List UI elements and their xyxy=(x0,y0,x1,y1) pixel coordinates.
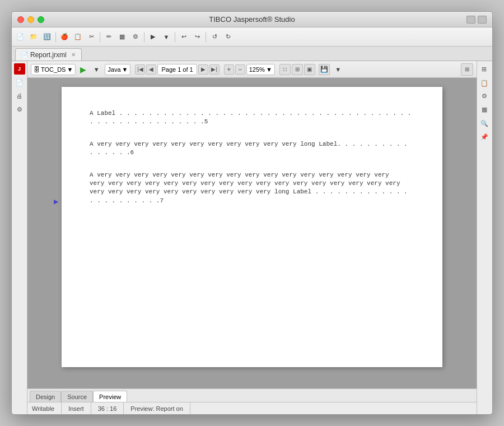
sep-1 xyxy=(55,32,56,42)
close-button[interactable] xyxy=(17,16,24,23)
zoom-in-button[interactable]: + xyxy=(224,64,234,75)
status-insert-text: Insert xyxy=(68,405,84,412)
export-dropdown-button[interactable]: ▼ xyxy=(332,63,344,76)
toc-entry-2: A very very very very very very very ver… xyxy=(90,140,414,158)
report-tab-label: Report.jrxml xyxy=(30,51,67,59)
window-title: TIBCO Jaspersoft® Studio xyxy=(209,15,295,24)
report-tab-icon: 📄 xyxy=(21,52,28,58)
right-panel-btn-3[interactable]: ⚙ xyxy=(479,90,491,101)
tab-design-label: Design xyxy=(36,393,55,400)
right-panel-btn-1[interactable]: ⊞ xyxy=(479,63,491,75)
toolbar-btn-9[interactable]: ⚙ xyxy=(129,31,142,43)
first-page-button[interactable]: |◀ xyxy=(135,64,145,75)
sep-2 xyxy=(100,32,100,42)
icon-5: 📋 xyxy=(74,33,82,40)
toc-entry-1: A Label . . . . . . . . . . . . . . . . … xyxy=(90,109,414,127)
undo-button[interactable]: ↩ xyxy=(178,31,190,43)
right-panel-btn-2[interactable]: 📋 xyxy=(479,77,491,88)
toolbar-btn-8[interactable]: ▦ xyxy=(116,31,128,43)
right-panel-btn-4[interactable]: ▦ xyxy=(479,104,491,115)
new-file-button[interactable]: 📄 xyxy=(14,31,26,43)
window-control-2[interactable] xyxy=(478,16,487,24)
export-button[interactable]: 💾 xyxy=(319,64,330,75)
tab-design[interactable]: Design xyxy=(30,391,61,402)
toolbar-btn-14[interactable]: ↺ xyxy=(208,31,221,43)
datasource-select[interactable]: 🗄 TOC_DS ▼ xyxy=(31,64,76,75)
page-canvas: ▶ A Label . . . . . . . . . . . . . . . … xyxy=(62,87,442,367)
secondary-toolbar-right: ⊞ xyxy=(461,63,473,76)
run-dropdown-button[interactable]: ▼ xyxy=(90,63,102,76)
properties-button[interactable]: ⊞ xyxy=(461,63,473,76)
toolbar-btn-10[interactable]: ▶ xyxy=(147,31,159,43)
main-toolbar: 📄 📁 🔢 🍎 📋 ✂ ✏ ▦ ⚙ ▶ ▼ ↩ ↪ ↺ ↻ xyxy=(12,27,492,47)
toolbar-btn-5[interactable]: 📋 xyxy=(72,31,84,43)
canvas-area[interactable]: ▶ A Label . . . . . . . . . . . . . . . … xyxy=(27,78,477,388)
traffic-lights xyxy=(17,16,44,23)
icon-4: 🍎 xyxy=(60,33,68,40)
toc-line-3b: very very very very very very very very … xyxy=(90,179,414,188)
logo-button[interactable]: J xyxy=(14,63,25,75)
tab-preview[interactable]: Preview xyxy=(93,391,127,402)
export-dropdown-icon: ▼ xyxy=(335,66,341,73)
dropdown-icon: ▼ xyxy=(164,34,170,40)
language-label: Java xyxy=(108,66,120,73)
report-tab-close[interactable]: ✕ xyxy=(71,52,76,58)
left-panel-btn-3[interactable]: ⚙ xyxy=(14,104,25,115)
toc-line-1: A Label . . . . . . . . . . . . . . . . … xyxy=(90,109,414,127)
play-icon: ▶ xyxy=(151,33,155,40)
main-window: TIBCO Jaspersoft® Studio 📄 📁 🔢 🍎 📋 ✂ ✏ ▦… xyxy=(11,11,493,415)
toolbar-btn-3[interactable]: 🔢 xyxy=(41,31,53,43)
tab-source-label: Source xyxy=(67,393,87,400)
datasource-dropdown-icon: ▼ xyxy=(67,66,73,73)
next-page-button[interactable]: ▶ xyxy=(198,64,208,75)
body-area: J 📄 🖨 ⚙ 🗄 TOC_DS ▼ ▶ ▼ Ja xyxy=(12,61,492,414)
toolbar-btn-7[interactable]: ✏ xyxy=(102,31,115,43)
toolbar-btn-15[interactable]: ↻ xyxy=(222,31,234,43)
maximize-button[interactable] xyxy=(38,16,44,23)
sep-5 xyxy=(206,32,206,42)
language-select[interactable]: Java ▼ xyxy=(105,64,130,75)
prev-page-button[interactable]: ◀ xyxy=(146,64,156,75)
view-single-button[interactable]: □ xyxy=(279,64,291,75)
page-navigation: |◀ ◀ Page 1 of 1 ▶ ▶| xyxy=(135,64,219,75)
last-page-button[interactable]: ▶| xyxy=(209,64,220,75)
toolbar-btn-11[interactable]: ▼ xyxy=(160,31,172,43)
right-panel: ⊞ 📋 ⚙ ▦ 🔍 📌 xyxy=(477,61,492,414)
zoom-out-button[interactable]: − xyxy=(235,64,245,75)
zoom-level-select[interactable]: 125% ▼ xyxy=(246,64,275,75)
run-preview-button[interactable]: ▶ xyxy=(78,64,88,75)
redo-icon: ↪ xyxy=(195,33,200,40)
view-full-button[interactable]: ▣ xyxy=(304,64,315,75)
status-position-text: 36 : 16 xyxy=(98,405,117,412)
left-panel-btn-2[interactable]: 🖨 xyxy=(14,90,25,101)
icon-6: ✂ xyxy=(89,33,94,40)
undo-icon: ↩ xyxy=(181,33,186,40)
titlebar-right-controls xyxy=(466,16,487,24)
toolbar-btn-6[interactable]: ✂ xyxy=(85,31,97,43)
redo-button[interactable]: ↪ xyxy=(191,31,203,43)
right-panel-btn-6[interactable]: 📌 xyxy=(479,131,491,142)
right-panel-btn-5[interactable]: 🔍 xyxy=(479,117,491,128)
run-preview-icon: ▶ xyxy=(80,65,86,74)
icon-3: 🔢 xyxy=(43,33,51,40)
window-control-1[interactable] xyxy=(466,16,475,24)
datasource-icon: 🗄 xyxy=(34,66,40,73)
toc-entry-3: A very very very very very very very ver… xyxy=(90,171,414,206)
run-dropdown-icon: ▼ xyxy=(94,66,100,73)
open-file-button[interactable]: 📁 xyxy=(27,31,40,43)
tab-source[interactable]: Source xyxy=(61,391,93,402)
left-panel-btn-1[interactable]: 📄 xyxy=(14,77,25,88)
sep-3 xyxy=(144,32,144,42)
grid-icon: ▦ xyxy=(119,33,125,40)
editor-area: 🗄 TOC_DS ▼ ▶ ▼ Java ▼ |◀ ◀ Page 1 of xyxy=(27,61,477,414)
minimize-button[interactable] xyxy=(27,16,34,23)
toolbar-btn-4[interactable]: 🍎 xyxy=(58,31,71,43)
sep-4 xyxy=(175,32,175,42)
view-fit-button[interactable]: ⊞ xyxy=(292,64,303,75)
icon-9: ⚙ xyxy=(133,33,138,40)
zoom-controls: + − 125% ▼ xyxy=(224,64,275,75)
export-icon: 💾 xyxy=(320,66,328,73)
new-file-icon: 📄 xyxy=(16,33,24,40)
report-tab[interactable]: 📄 Report.jrxml ✕ xyxy=(15,48,82,61)
status-writable: Writable xyxy=(32,402,62,414)
